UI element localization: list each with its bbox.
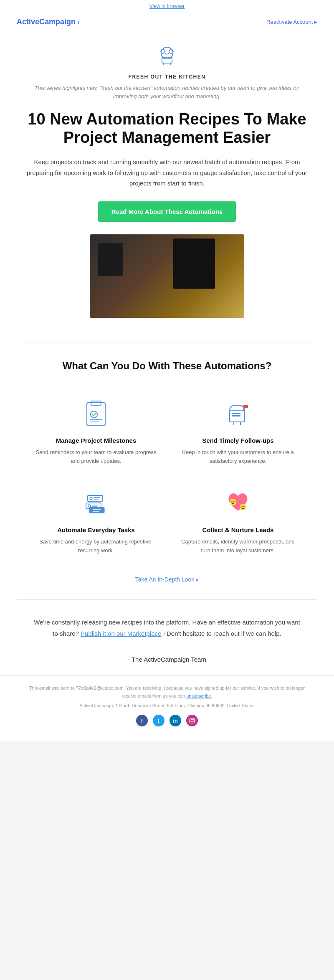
svg-point-29 [233, 501, 234, 502]
footer-message: We're constantly releasing new recipes i… [0, 604, 334, 652]
feature-name-followups: Send Timely Follow-ups [177, 437, 299, 444]
feature-name-milestones: Manage Project Milestones [35, 437, 157, 444]
svg-point-27 [230, 499, 236, 505]
feature-name-tasks: Automate Everyday Tasks [35, 526, 157, 533]
tasks-icon [79, 486, 113, 520]
reactivate-link[interactable]: Reactivate Account ▸ [266, 19, 317, 25]
brand-arrow: › [77, 18, 79, 26]
svg-rect-13 [244, 405, 248, 408]
hero-body: Keep projects on track and running smoot… [25, 157, 309, 189]
svg-point-17 [90, 497, 92, 500]
social-icons: f t in [25, 715, 309, 733]
svg-point-21 [88, 505, 91, 507]
heart-leads-icon [221, 486, 255, 520]
svg-rect-11 [232, 415, 240, 416]
svg-point-35 [193, 719, 194, 720]
unsubscribe-link[interactable]: unsubscribe [186, 693, 211, 698]
brand-logo: ActiveCampaign › [17, 18, 79, 26]
feature-desc-tasks: Save time and energy by automating repet… [35, 538, 157, 555]
feature-item-leads: Collect & Nurture Leads Capture emails, … [167, 478, 309, 568]
svg-rect-10 [232, 413, 240, 414]
footer-text-after: ! Don't hesitate to reach out if we can … [163, 630, 281, 637]
legal-footer: This email was sent to 77d3a4e2@uiteed.c… [0, 675, 334, 741]
svg-point-34 [191, 720, 193, 722]
office-image [90, 234, 244, 318]
legal-text-content: This email was sent to 77d3a4e2@uiteed.c… [29, 685, 305, 698]
brand-name: ActiveCampaign [17, 18, 76, 26]
mailbox-icon [221, 397, 255, 430]
email-wrapper: View in browser ActiveCampaign › Reactiv… [0, 0, 334, 741]
facebook-icon[interactable]: f [136, 715, 148, 726]
top-bar: View in browser [0, 0, 334, 13]
cta-button[interactable]: Read More About These Automations [98, 201, 236, 222]
header-nav: ActiveCampaign › Reactivate Account ▸ [0, 13, 334, 31]
hero-section: FRESH OUT THE KITCHEN This series highli… [0, 31, 334, 339]
legal-address: ActiveCampaign, 1 North Dearborn Street,… [25, 703, 309, 708]
svg-point-30 [240, 504, 246, 510]
feature-grid: Manage Project Milestones Send reminders… [0, 380, 334, 572]
fresh-label: FRESH OUT THE KITCHEN [25, 74, 309, 80]
feature-desc-leads: Capture emails, identify warmer prospect… [177, 538, 299, 555]
svg-point-6 [91, 411, 97, 418]
clipboard-icon [79, 397, 113, 430]
hero-subtitle: This series highlights new, "fresh out t… [25, 84, 309, 100]
svg-point-32 [243, 506, 244, 507]
twitter-icon[interactable]: t [153, 715, 164, 726]
chef-hat-icon [154, 44, 180, 69]
feature-name-leads: Collect & Nurture Leads [177, 526, 299, 533]
hero-title: 10 New Automation Recipes To Make Projec… [25, 110, 309, 147]
svg-point-28 [231, 501, 232, 502]
feature-desc-followups: Keep in touch with your customers to ens… [177, 448, 299, 466]
feature-item-tasks: Automate Everyday Tasks Save time and en… [25, 478, 167, 568]
section-divider-1 [17, 343, 317, 343]
section-divider-2 [17, 599, 317, 600]
linkedin-icon[interactable]: in [170, 715, 181, 726]
in-depth-link[interactable]: Take An In-Depth Look ▸ [135, 576, 199, 583]
feature-desc-milestones: Send reminders to your team to evaluate … [35, 448, 157, 466]
svg-rect-33 [190, 718, 195, 724]
feature-item-milestones: Manage Project Milestones Send reminders… [25, 388, 167, 478]
view-in-browser-link[interactable]: View in browser [149, 3, 185, 9]
in-depth-section: Take An In-Depth Look ▸ [0, 572, 334, 595]
section-title: What Can You Do With These Automations? [0, 348, 334, 380]
feature-item-followups: Send Timely Follow-ups Keep in touch wit… [167, 388, 309, 478]
svg-point-31 [241, 506, 242, 507]
footer-signature: - The ActiveCampaign Team [0, 652, 334, 675]
instagram-icon[interactable] [186, 715, 198, 726]
svg-rect-24 [89, 507, 104, 513]
marketplace-link[interactable]: Publish it on our Marketplace [81, 630, 161, 637]
legal-text: This email was sent to 77d3a4e2@uiteed.c… [25, 684, 309, 700]
